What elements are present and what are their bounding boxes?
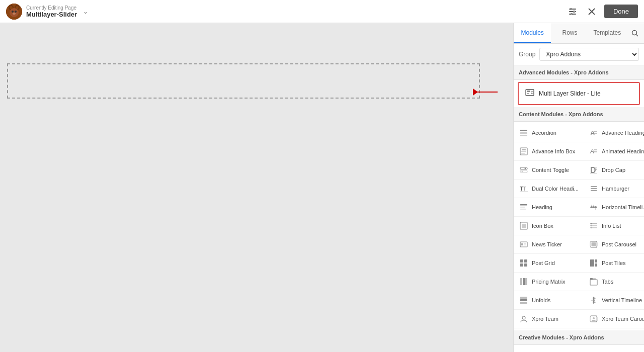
module-item-tabs[interactable]: Tabs [584, 273, 644, 291]
svg-rect-69 [521, 243, 523, 245]
post-grid-label: Post Grid [532, 260, 555, 266]
panel-content: Advanced Modules - Xpro Addons Multi Lay… [514, 65, 644, 352]
module-item-content-toggle[interactable]: Content Toggle [514, 161, 584, 180]
tab-rows[interactable]: Rows [551, 23, 588, 43]
module-item-multilayer-slider[interactable]: Multi Layer Slider - Lite [518, 82, 640, 105]
pricing-matrix-label: Pricing Matrix [532, 279, 566, 285]
post-tiles-label: Post Tiles [602, 260, 626, 266]
xpro-team-label: Xpro Team [532, 316, 558, 322]
svg-rect-20 [527, 91, 530, 92]
svg-rect-83 [520, 278, 522, 285]
module-item-pricing-matrix[interactable]: Pricing Matrix [514, 273, 584, 291]
module-item-vertical-timeline[interactable]: Vertical Timeline [584, 291, 644, 310]
heading-label: Heading [532, 204, 552, 210]
module-item-announcement-bar[interactable]: Announcement B... [514, 347, 584, 352]
svg-point-101 [593, 317, 595, 319]
module-item-xpro-team-carousel[interactable]: Xpro Team Carou... [584, 310, 644, 328]
svg-rect-32 [521, 153, 525, 154]
xpro-team-icon [519, 314, 529, 324]
svg-rect-81 [595, 259, 597, 262]
advance-info-box-label: Advance Info Box [532, 148, 575, 154]
svg-rect-50 [520, 204, 527, 206]
svg-point-66 [591, 225, 592, 226]
module-item-heading[interactable]: Heading [514, 198, 584, 217]
module-item-xpro-team[interactable]: Xpro Team [514, 310, 584, 328]
svg-rect-25 [520, 135, 527, 136]
topbar-subtitle: Currently Editing Page [26, 5, 77, 11]
svg-rect-91 [520, 302, 527, 304]
svg-text:D: D [590, 166, 596, 174]
module-item-drop-cap[interactable]: D Drop Cap [584, 161, 644, 180]
module-item-advance-info-box[interactable]: Advance Info Box [514, 142, 584, 161]
module-item-post-grid[interactable]: Post Grid [514, 254, 584, 273]
svg-rect-36 [520, 167, 527, 169]
canvas-area [0, 23, 513, 352]
module-item-info-list[interactable]: Info List [584, 217, 644, 235]
svg-rect-88 [590, 280, 597, 285]
topbar-title-group: Currently Editing Page Multilayer-Slider [26, 5, 77, 18]
hamburger-icon [589, 184, 599, 194]
svg-line-18 [636, 35, 638, 37]
drop-cap-label: Drop Cap [602, 167, 625, 173]
svg-point-7 [10, 6, 13, 9]
news-ticker-icon [519, 239, 529, 249]
vertical-timeline-label: Vertical Timeline [602, 297, 642, 303]
module-item-news-ticker[interactable]: News Ticker [514, 235, 584, 254]
svg-point-13 [573, 11, 575, 12]
module-item-button[interactable]: Button [584, 347, 644, 352]
svg-point-6 [13, 13, 16, 15]
svg-point-54 [591, 206, 593, 208]
dual-color-heading-icon: T T [519, 184, 529, 194]
svg-point-56 [595, 206, 597, 208]
svg-rect-52 [520, 209, 526, 210]
svg-rect-85 [525, 278, 527, 285]
svg-point-37 [525, 168, 526, 169]
module-item-accordion[interactable]: Accordion [514, 124, 584, 142]
chevron-down-icon[interactable]: ⌄ [83, 8, 88, 15]
module-item-animated-heading[interactable]: A Animated Heading [584, 142, 644, 161]
drop-cap-icon: D [589, 165, 599, 175]
unfolds-label: Unfolds [532, 297, 550, 303]
module-item-horizontal-timeline[interactable]: Horizontal Timeli... [584, 198, 644, 217]
animated-heading-icon: A [589, 146, 599, 156]
accordion-label: Accordion [532, 130, 556, 136]
svg-point-39 [522, 171, 523, 172]
news-ticker-label: News Ticker [532, 241, 562, 247]
module-item-hamburger[interactable]: Hamburger [584, 180, 644, 198]
module-item-post-tiles[interactable]: Post Tiles [584, 254, 644, 273]
horizontal-timeline-label: Horizontal Timeli... [602, 204, 644, 210]
svg-rect-103 [596, 317, 598, 321]
group-label: Group [519, 51, 535, 58]
dual-color-heading-label: Dual Color Headi... [532, 186, 579, 192]
search-tab-button[interactable] [626, 23, 644, 43]
tab-modules[interactable]: Modules [514, 23, 551, 43]
svg-rect-24 [520, 132, 527, 134]
svg-rect-73 [590, 242, 592, 246]
svg-rect-51 [520, 207, 525, 208]
svg-text:T: T [523, 186, 526, 192]
settings-icon-button[interactable] [566, 5, 579, 18]
creative-modules-grid: Announcement B... Button [514, 345, 644, 352]
section-header-advanced: Advanced Modules - Xpro Addons [514, 65, 644, 80]
group-select[interactable]: Xpro Addons Default [539, 48, 639, 61]
icon-box-label: Icon Box [532, 223, 553, 229]
module-item-advance-heading[interactable]: A Advance Heading [584, 124, 644, 142]
done-button[interactable]: Done [604, 5, 638, 18]
svg-rect-30 [522, 149, 526, 150]
xpro-team-carousel-icon [589, 314, 599, 324]
module-item-dual-color-heading[interactable]: T T Dual Color Headi... [514, 180, 584, 198]
svg-rect-23 [520, 130, 527, 131]
module-item-post-carousel[interactable]: Post Carousel [584, 235, 644, 254]
content-toggle-icon [519, 165, 529, 175]
module-item-icon-box[interactable]: Icon Box [514, 217, 584, 235]
horizontal-timeline-icon [589, 202, 599, 212]
tab-templates[interactable]: Templates [589, 23, 626, 43]
module-item-unfolds[interactable]: Unfolds [514, 291, 584, 310]
svg-point-99 [522, 316, 525, 319]
svg-rect-31 [521, 151, 526, 152]
close-icon-button[interactable] [585, 5, 598, 18]
topbar: Currently Editing Page Multilayer-Slider… [0, 0, 644, 23]
avatar [6, 4, 22, 20]
post-grid-icon [519, 258, 529, 268]
canvas-dashed-box [7, 63, 480, 99]
